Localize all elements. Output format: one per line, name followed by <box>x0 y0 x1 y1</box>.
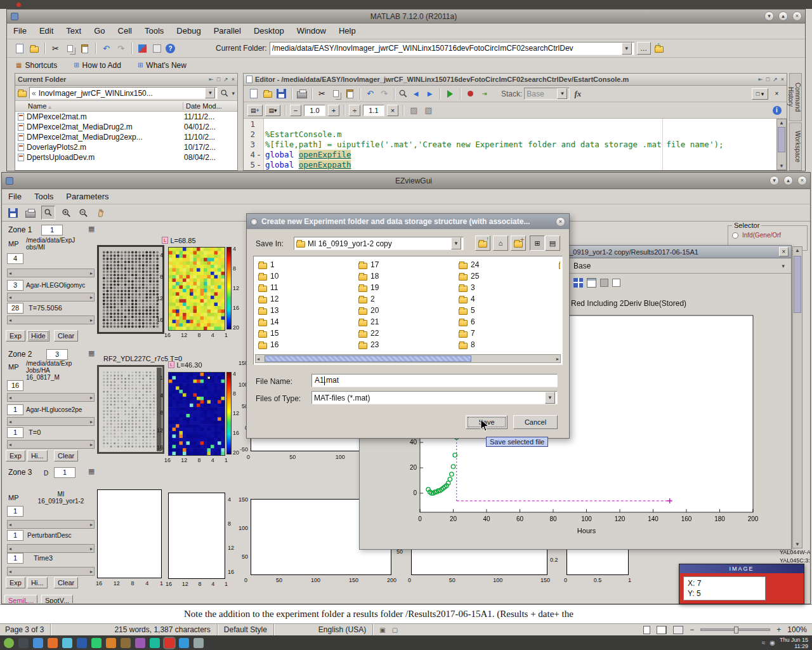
matlab-titlebar[interactable]: MATLAB 7.12.0 (R2011a) ▾ ▴ × <box>7 10 805 23</box>
file-row[interactable]: DoverlayPlots2.m 10/17/2... <box>15 142 237 152</box>
grid-icon[interactable]: ▦ <box>88 349 95 357</box>
page-style[interactable]: Default Style <box>224 625 267 634</box>
column-date[interactable]: Date Mod... <box>183 102 237 110</box>
taskbar-icon-media[interactable] <box>135 638 145 648</box>
selector-radio[interactable] <box>732 232 738 239</box>
scroll-up-icon[interactable]: ▲ <box>779 120 784 126</box>
media-slider[interactable]: ◂▸ <box>7 544 95 553</box>
editor-undo-icon[interactable]: ↶ <box>364 88 376 100</box>
time-value-field[interactable]: 1 <box>7 427 23 438</box>
menu-item[interactable]: Edit <box>39 26 53 36</box>
run-icon[interactable] <box>444 88 456 100</box>
taskbar-icon-terminal[interactable] <box>18 638 29 648</box>
zone3-heat-plot[interactable] <box>168 493 225 579</box>
grid-icon[interactable]: ▦ <box>88 467 95 475</box>
dock-icon[interactable]: ⇤ <box>209 76 214 83</box>
clear-button[interactable]: Clear <box>54 577 78 588</box>
desktop-button[interactable]: ⌂ <box>493 235 508 251</box>
media-value-field[interactable]: 1 <box>7 404 23 415</box>
new-file-icon[interactable] <box>13 43 25 55</box>
zone3-plate-plot[interactable] <box>97 489 162 578</box>
mp-value-field[interactable]: 4 <box>7 253 23 264</box>
paste-icon[interactable] <box>79 43 91 55</box>
save-in-dropdown-icon[interactable]: ▼ <box>451 237 461 249</box>
mp-value-field[interactable]: 16 <box>7 380 23 391</box>
editor-undock-icon[interactable]: ↗ <box>773 76 778 83</box>
zoom-slider-thumb[interactable] <box>734 627 738 633</box>
copy-icon[interactable] <box>64 43 76 55</box>
tab-command-history[interactable]: Command History <box>789 73 802 121</box>
taskbar-icon-calc[interactable] <box>91 638 102 648</box>
media-slider[interactable]: ◂▸ <box>7 417 95 426</box>
insert-cell-icon[interactable]: ▤+ <box>247 105 263 116</box>
search-icon[interactable] <box>220 89 229 98</box>
editor-save-icon[interactable] <box>275 88 287 100</box>
slider-left-icon[interactable]: ◂ <box>9 270 11 276</box>
ezview-titlebar[interactable]: EZviewGui ▾ ▴ × <box>2 173 810 189</box>
folder-item[interactable]: 9 <box>556 259 560 270</box>
taskbar-icon-settings[interactable] <box>193 638 204 648</box>
file-row[interactable]: DpertsUploadDev.m 08/04/2... <box>15 152 237 162</box>
editor-print-icon[interactable] <box>296 88 308 100</box>
menu-item[interactable]: Tools <box>145 26 164 36</box>
time-value-field[interactable]: 1 <box>7 553 23 564</box>
code-area[interactable]: 12%EstartConsole.m3%[file,path] = uiputf… <box>244 119 787 170</box>
media-value-field[interactable]: 3 <box>7 280 23 291</box>
current-folder-header[interactable]: Current Folder ⇤ □ ↗ × <box>15 74 237 86</box>
zoom-in-button[interactable]: + <box>776 625 781 634</box>
editor-open-icon[interactable] <box>261 88 273 100</box>
location-combo[interactable]: « InovImager_jwrCF_WINLinx150... ▼ <box>29 87 218 99</box>
clear-button[interactable]: Clear <box>54 450 78 461</box>
zone-index-field[interactable]: 1 <box>41 225 63 235</box>
folder-item[interactable]: 16 <box>256 339 356 350</box>
mp-slider[interactable]: ◂▸ <box>7 269 95 277</box>
mp-slider[interactable]: ◂▸ <box>7 520 95 529</box>
files-of-type-combo[interactable]: MAT-files (*.mat) ▼ <box>311 391 558 404</box>
folder-item[interactable]: 4 <box>456 293 556 305</box>
editor-restore-icon[interactable]: □ <box>766 76 769 83</box>
editor-back-icon[interactable]: ◀ <box>410 88 422 100</box>
info-icon[interactable]: i <box>773 106 782 115</box>
close-button[interactable]: × <box>792 11 802 21</box>
menu-item[interactable]: Text <box>66 26 81 36</box>
zoom-slider[interactable] <box>700 628 770 631</box>
editor-toolbar-close-icon[interactable]: × <box>771 88 783 100</box>
ezview-maximize-button[interactable]: ▴ <box>783 176 793 185</box>
multiply-step-button[interactable]: × <box>387 105 398 116</box>
breakpoint-icon[interactable] <box>464 88 476 100</box>
editor-paste-icon[interactable] <box>344 88 356 100</box>
folder-item[interactable]: 25 <box>456 270 556 282</box>
folder-item[interactable]: 17 <box>356 259 456 270</box>
taskbar-icon-image-active[interactable] <box>164 638 174 648</box>
folder-item[interactable]: 13 <box>256 305 356 316</box>
hscroll-thumb[interactable] <box>265 355 471 362</box>
taskbar-icon-editor[interactable] <box>62 638 72 648</box>
taskbar-icon-menu[interactable] <box>4 638 14 648</box>
hide-button[interactable]: Hi... <box>27 450 48 461</box>
hide-button[interactable]: Hide <box>27 330 49 342</box>
folder-item[interactable]: 3 <box>456 282 556 293</box>
single-page-view-icon[interactable] <box>643 626 650 634</box>
menu-item[interactable]: File <box>13 26 27 36</box>
time-slider[interactable]: ◂▸ <box>7 440 95 449</box>
new-folder-button[interactable]: + <box>511 235 526 251</box>
insert-mode-icon[interactable]: ▣ <box>379 627 385 633</box>
taskbar-clock[interactable]: Thu Jun 15 11:29 <box>780 637 808 649</box>
folder-item[interactable]: 15 <box>256 328 356 339</box>
folder-item[interactable]: 19 <box>356 282 456 293</box>
ezview-close-button[interactable]: × <box>797 176 807 185</box>
selection-mode-icon[interactable]: ▢ <box>392 627 398 633</box>
decrease-font-button[interactable]: − <box>290 105 301 116</box>
cell-options-icon[interactable]: ▤▾ <box>265 105 280 116</box>
results-close-icon[interactable]: × <box>779 247 789 256</box>
shortcuts-item[interactable]: ▦Shortcuts <box>16 61 57 70</box>
details-view-button[interactable]: ▤ <box>545 235 560 251</box>
image-window-titlebar[interactable]: IMAGE <box>679 564 804 573</box>
path-dropdown-arrow-icon[interactable]: ▼ <box>622 43 632 55</box>
list-view-button[interactable]: ⊞ <box>530 235 545 251</box>
file-row[interactable]: DMPexcel2mat_MediaDrug2exp... 11/10/2... <box>15 132 237 142</box>
cell-misc-icon[interactable]: ▨ <box>408 104 420 116</box>
scroll-down-icon[interactable]: ▼ <box>795 541 800 547</box>
tray-network-icon[interactable]: ≈ <box>762 639 766 646</box>
time-value-field[interactable]: 28 <box>7 303 23 314</box>
